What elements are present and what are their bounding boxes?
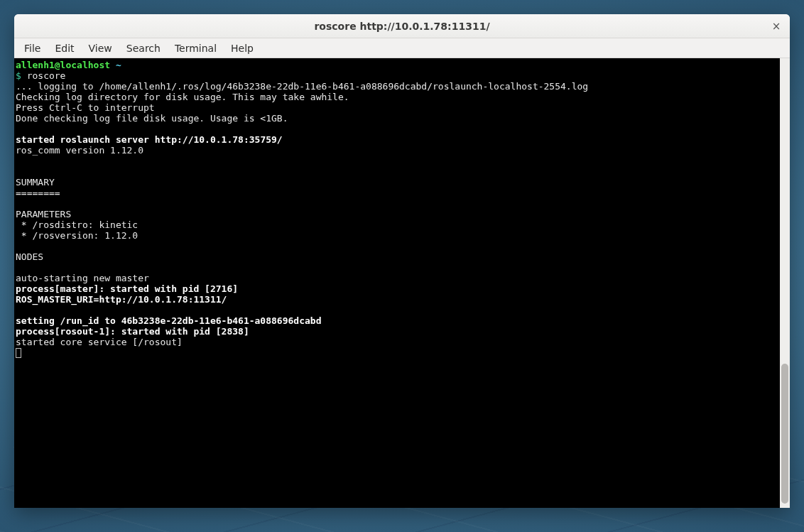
term-line: setting /run_id to 46b3238e-22db-11e6-b4… (16, 315, 321, 326)
terminal-window: roscore http://10.0.1.78:11311/ × File E… (14, 14, 790, 508)
close-icon: × (772, 20, 781, 33)
term-line: started core service [/rosout] (16, 337, 183, 347)
window-title: roscore http://10.0.1.78:11311/ (314, 21, 489, 32)
menu-search[interactable]: Search (119, 40, 168, 57)
menu-terminal[interactable]: Terminal (168, 40, 224, 57)
menu-view[interactable]: View (82, 40, 119, 57)
term-line: SUMMARY (16, 177, 55, 188)
menu-file[interactable]: File (17, 40, 48, 57)
prompt-sigil: $ (16, 70, 21, 81)
vertical-scrollbar[interactable] (780, 58, 790, 508)
terminal-area: allenh1@localhost ~ $ roscore ... loggin… (14, 58, 790, 508)
scrollbar-thumb[interactable] (781, 364, 788, 504)
terminal-output[interactable]: allenh1@localhost ~ $ roscore ... loggin… (14, 58, 780, 508)
menubar: File Edit View Search Terminal Help (14, 38, 790, 58)
prompt-userhost: allenh1@localhost (16, 60, 110, 70)
term-line: process[rosout-1]: started with pid [283… (16, 326, 249, 337)
terminal-cursor (16, 348, 21, 358)
term-line: * /rosdistro: kinetic (16, 219, 138, 230)
term-line: ... logging to /home/allenh1/.ros/log/46… (16, 81, 588, 92)
term-line: started roslaunch server http (16, 134, 177, 145)
term-line: Done checking log file disk usage. Usage… (16, 113, 288, 124)
term-line: * /rosversion: 1.12.0 (16, 230, 138, 241)
term-line: Press Ctrl-C to interrupt (16, 102, 155, 113)
menu-edit[interactable]: Edit (48, 40, 81, 57)
term-line: PARAMETERS (16, 209, 71, 219)
term-line: auto-starting new master (16, 273, 149, 283)
term-line: ros_comm version 1.12.0 (16, 145, 143, 156)
term-line: process[master]: started with pid [2716] (16, 283, 238, 294)
prompt-path: ~ (116, 60, 121, 70)
term-line: Checking log directory for disk usage. T… (16, 92, 349, 102)
term-line: ROS_MASTER_URI=http (16, 294, 121, 305)
term-line: NODES (16, 251, 43, 262)
menu-help[interactable]: Help (224, 40, 261, 57)
term-line: ://10.0.1.78:35759/ (177, 134, 283, 145)
close-button[interactable]: × (768, 18, 784, 34)
titlebar[interactable]: roscore http://10.0.1.78:11311/ × (14, 14, 790, 38)
term-line: ://10.0.1.78:11311/ (121, 294, 227, 305)
command-text: roscore (27, 70, 66, 81)
term-line: ======== (16, 188, 60, 198)
